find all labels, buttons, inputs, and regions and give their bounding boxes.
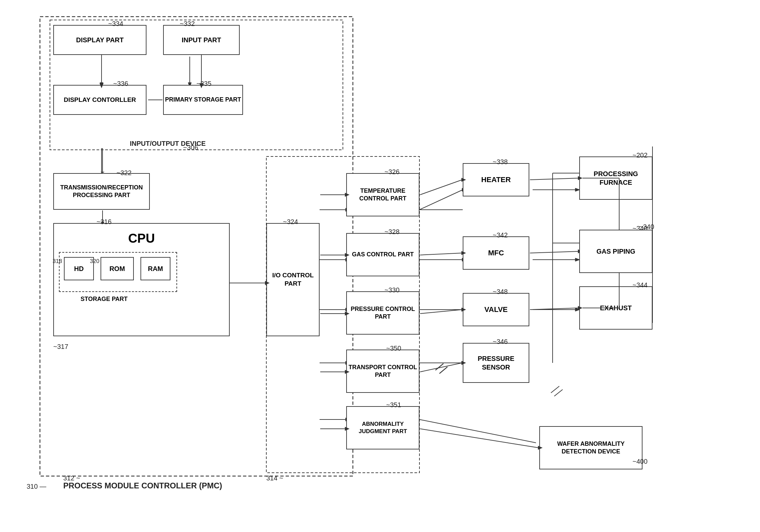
heater-box: HEATER [463,163,529,196]
diagram-container: INPUT/OUTPUT DEVICE ~306 DISPLAY PART ~3… [20,10,746,523]
svg-line-87 [439,367,447,374]
storage-ref: ~317 [53,343,68,351]
wafer-abnormality-box: WAFER ABNORMALITY DETECTION DEVICE [539,426,642,469]
pressure-sensor-box: PRESSURE SENSOR [463,343,529,383]
cpu-ref: ~316 [97,218,112,226]
input-part-box: INPUT PART [163,25,240,55]
ram-ref: 320 [90,258,99,265]
abnormality-ref: ~351 [386,401,401,409]
pmc-ref-312: 312 ~ [63,474,80,482]
display-part-ref: ~334 [108,20,123,28]
hd-ref: 318 [53,258,62,265]
mfc-ref: ~342 [493,231,508,239]
valve-ref: ~348 [493,288,508,296]
svg-line-66 [420,180,462,195]
heater-ref: ~338 [493,158,508,166]
exhaust-ref: ~344 [633,281,647,289]
temperature-ref: ~326 [384,168,399,176]
transport-control-box: TRANSPORT CONTROL PART [346,350,419,393]
svg-line-80 [530,308,579,310]
svg-line-68 [420,253,462,255]
svg-line-23 [419,190,463,210]
gas-control-ref: ~328 [384,228,399,236]
svg-line-32 [419,419,536,443]
gas-piping-ref2: ~340 [639,223,654,231]
transmission-ref: ~322 [117,169,131,177]
wafer-ref: ~400 [633,458,647,465]
valve-box: VALVE [463,293,529,326]
svg-line-86 [435,364,443,370]
display-controller-box: DISPLAY CONTORLLER [53,85,146,115]
mfc-box: MFC [463,236,529,270]
primary-storage-box: PRIMARY STORAGE PART [163,85,243,115]
gas-piping-box2: GAS PIPING [579,230,652,273]
svg-line-43 [551,386,559,393]
processing-furnace-ref: ~202 [633,151,647,159]
display-part-box: DISPLAY PART [53,25,146,55]
gas-control-box: GAS CONTROL PART [346,233,419,276]
storage-dashed [59,252,177,292]
svg-line-70 [420,310,462,314]
svg-line-44 [554,390,563,396]
svg-line-78 [530,251,579,253]
svg-line-74 [420,429,539,448]
cpu-box: CPU HD ROM RAM STORAGE PART [53,223,230,336]
display-controller-ref: ~336 [113,80,128,88]
svg-line-76 [530,178,579,180]
transport-ref: ~350 [386,345,401,352]
svg-line-72 [420,363,462,372]
io-device-ref: ~306 [183,144,198,151]
input-part-ref: ~332 [180,20,195,28]
transmission-reception-box: TRANSMISSION/RECEPTION PROCESSING PART [53,173,150,210]
io-control-box: I/O CONTROL PART [266,223,320,336]
primary-storage-ref: ~335 [196,80,211,88]
io-control-ref: ~324 [283,218,298,226]
pressure-control-ref: ~330 [384,286,399,294]
temperature-control-box: TEMPERATURE CONTROL PART [346,173,419,216]
pressure-sensor-ref: ~346 [493,338,508,346]
exhaust-box: EXAHUST [579,286,652,330]
pmc-label: PROCESS MODULE CONTROLLER (PMC) [63,481,222,490]
processing-furnace-box: PROCESSING FURNACE [579,156,652,200]
abnormality-box: ABNORMALITY JUDGMENT PART [346,406,419,449]
pmc-ref-314: 314 ~ [266,474,283,482]
pmc-ref-310: 310 — [27,483,46,490]
pressure-control-box: PRESSURE CONTROL PART [346,291,419,335]
